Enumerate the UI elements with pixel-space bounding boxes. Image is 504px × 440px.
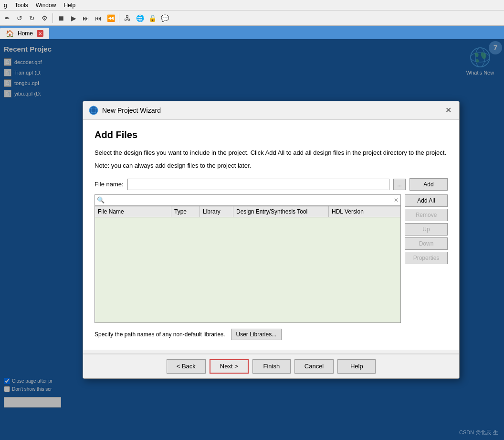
user-libs-row: Specify the path names of any non-defaul… [94,323,448,342]
menu-g[interactable]: g [4,2,7,9]
file-name-row: File name: ... Add [94,178,448,191]
add-button[interactable]: Add [410,178,448,191]
toolbar-icon-network[interactable]: 🖧 [122,13,133,23]
col-hdl-header: HDL Version [329,206,400,217]
help-button[interactable]: Help [337,359,376,374]
file-left: 🔍 ✕ File Name Type Library Design Entry/… [94,194,401,323]
dialog-body: Add Files Select the design files you wa… [83,120,459,350]
file-table-body [95,217,400,322]
col-filename-header: File Name [95,206,171,217]
toolbar-icon-chat[interactable]: 💬 [159,13,170,23]
tab-home[interactable]: 🏠 Home ✕ [0,28,49,39]
watermark: CSDN @北辰-生 [459,429,498,436]
modal-overlay: New Project Wizard ✕ Add Files Select th… [0,39,504,440]
file-name-input[interactable] [127,179,389,190]
toolbar: ✒ ↺ ↻ ⚙ ⏹ ▶ ⏭ ⏮ ⏪ 🖧 🌐 🔒 💬 [0,11,504,26]
toolbar-icon-globe[interactable]: 🌐 [135,13,145,23]
toolbar-icon-play[interactable]: ▶ [68,13,79,23]
menu-tools[interactable]: Tools [15,2,28,9]
file-area-with-buttons: 🔍 ✕ File Name Type Library Design Entry/… [94,194,448,323]
toolbar-icon-redo[interactable]: ↻ [27,13,37,23]
properties-button[interactable]: Properties [405,252,448,264]
dialog-footer: < Back Next > Finish Cancel Help [83,354,459,378]
finish-button[interactable]: Finish [252,359,291,374]
separator-1 [52,13,53,23]
file-name-label: File name: [94,181,124,188]
col-type-header: Type [171,206,200,217]
browse-button[interactable]: ... [393,179,406,190]
next-button[interactable]: Next > [210,359,249,374]
dialog-title-globe-icon [89,106,98,115]
search-input[interactable] [106,197,392,204]
menu-bar: g Tools Window Help [0,0,504,11]
file-right-buttons: Add All Remove Up Down Properties [405,194,448,264]
main-area: Recent Projec 📄 decoder.qpf 📄 Tian.qpf (… [0,39,504,440]
user-libs-button[interactable]: User Libraries... [231,329,282,340]
file-table: File Name Type Library Design Entry/Synt… [94,206,401,323]
col-tool-header: Design Entry/Synthesis Tool [233,206,329,217]
dialog-note: Note: you can always add design files to… [94,161,448,171]
dialog-close-button[interactable]: ✕ [443,105,453,116]
up-button[interactable]: Up [405,223,448,236]
toolbar-icon-gear[interactable]: ⚙ [39,13,50,23]
new-project-wizard-dialog: New Project Wizard ✕ Add Files Select th… [83,101,460,379]
menu-window[interactable]: Window [36,2,56,9]
toolbar-icon-edit[interactable]: ✒ [2,13,12,23]
menu-help[interactable]: Help [63,2,75,9]
remove-button[interactable]: Remove [405,209,448,221]
search-icon: 🔍 [95,196,106,204]
dialog-title-text: New Project Wizard [102,107,439,114]
tab-home-label: Home [18,30,33,37]
tab-bar: 🏠 Home ✕ [0,26,504,39]
search-clear-icon[interactable]: ✕ [392,197,400,204]
add-all-button[interactable]: Add All [405,194,448,207]
toolbar-icon-rewind[interactable]: ⏮ [93,13,104,23]
toolbar-icon-lock[interactable]: 🔒 [147,13,158,23]
toolbar-icon-fast-forward[interactable]: ⏭ [81,13,91,23]
cancel-button[interactable]: Cancel [294,359,334,374]
dialog-titlebar: New Project Wizard ✕ [83,101,459,120]
back-button[interactable]: < Back [167,359,206,374]
down-button[interactable]: Down [405,237,448,250]
svg-point-4 [89,106,98,115]
separator-2 [119,13,119,23]
col-library-header: Library [200,206,233,217]
file-table-header: File Name Type Library Design Entry/Synt… [95,206,400,217]
tab-close-button[interactable]: ✕ [37,30,43,37]
search-row: 🔍 ✕ [94,194,401,206]
toolbar-icon-skip-back[interactable]: ⏪ [105,13,116,23]
user-libs-label: Specify the path names of any non-defaul… [94,331,225,338]
toolbar-icon-undo[interactable]: ↺ [14,13,25,23]
home-icon: 🏠 [6,30,14,37]
dialog-heading: Add Files [94,129,448,140]
toolbar-icon-stop[interactable]: ⏹ [56,13,66,23]
dialog-description: Select the design files you want to incl… [94,148,448,158]
